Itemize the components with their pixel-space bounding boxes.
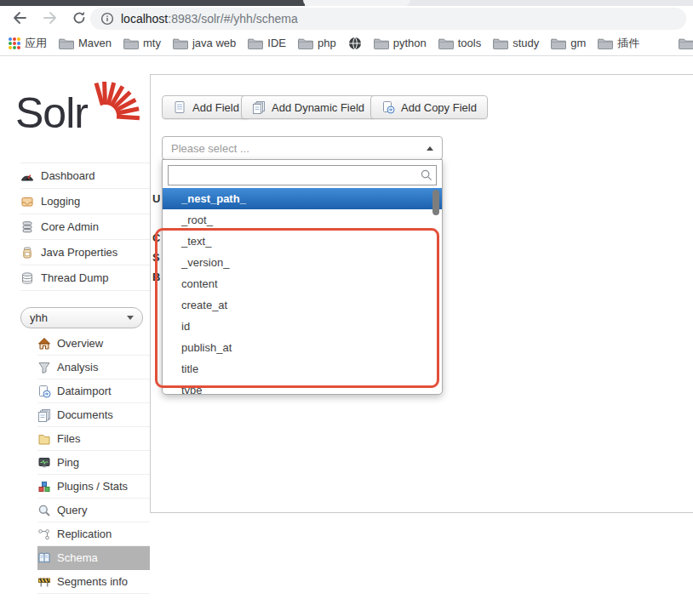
field-option[interactable]: _version_: [163, 252, 442, 273]
bookmark-label: python: [393, 37, 427, 49]
submenu-item-documents[interactable]: Documents: [37, 403, 150, 427]
add-copy-field-icon: [381, 100, 395, 114]
apps-grid-icon: [9, 37, 20, 49]
solr-logo[interactable]: Solr: [15, 85, 143, 146]
address-bar[interactable]: localhost:8983/solr/#/yhh/schema: [90, 8, 686, 30]
submenu-item-schema[interactable]: Schema: [37, 546, 150, 570]
submenu-item-label: Replication: [57, 528, 112, 540]
query-icon: [37, 504, 51, 517]
add-field-button[interactable]: Add Field: [162, 95, 250, 119]
forward-icon[interactable]: [43, 10, 58, 26]
bookmark-globe[interactable]: [348, 37, 362, 50]
sidebar-item-logging[interactable]: Logging: [20, 189, 150, 214]
bookmark-label: 应用: [25, 36, 47, 51]
bookmark-label: IDE: [267, 37, 286, 49]
add-copy-field-button[interactable]: Add Copy Field: [370, 95, 488, 119]
bookmarks-divider: [0, 55, 693, 56]
bookmark-folder-plugin[interactable]: 插件: [598, 36, 639, 51]
dropdown-scrollbar-thumb[interactable]: [432, 190, 439, 215]
field-option[interactable]: title: [163, 358, 442, 379]
thread-dump-icon: [20, 271, 34, 285]
submenu-item-query[interactable]: Query: [37, 499, 150, 522]
core-selector[interactable]: yhh: [20, 307, 143, 328]
submenu-item-label: Documents: [57, 408, 113, 421]
bookmark-folder-ide[interactable]: IDE: [248, 37, 286, 49]
replication-icon: [37, 528, 51, 541]
chevron-down-icon: [127, 316, 134, 320]
hidden-text-fragment: S: [152, 251, 160, 264]
info-icon[interactable]: [100, 12, 114, 26]
bookmark-folder-python[interactable]: python: [374, 37, 427, 49]
submenu-item-overview[interactable]: Overview: [37, 332, 150, 356]
files-icon: [37, 432, 51, 446]
hidden-text-fragment: B: [152, 271, 160, 283]
folder-icon: [598, 37, 613, 49]
field-option[interactable]: _nest_path_: [163, 188, 442, 209]
logging-icon: [20, 195, 34, 208]
sidebar-item-thread-dump[interactable]: Thread Dump: [20, 265, 150, 291]
field-option[interactable]: publish_at: [163, 337, 442, 358]
solr-logo-text: Solr: [15, 88, 88, 138]
search-icon: [421, 169, 432, 181]
sidebar-item-dashboard[interactable]: Dashboard: [20, 163, 150, 189]
folder-icon: [298, 37, 313, 49]
bookmark-folder-maven[interactable]: Maven: [59, 37, 112, 49]
hidden-text-fragment: U: [152, 192, 160, 205]
java-properties-icon: [20, 246, 34, 260]
bookmark-label: php: [318, 37, 336, 49]
field-option[interactable]: id: [163, 316, 442, 337]
bookmark-folder-partial[interactable]: [679, 37, 693, 49]
core-submenu: Overview Analysis Dataimport Documents F…: [0, 332, 150, 594]
url-path: :8983/solr/#/yhh/schema: [168, 12, 298, 26]
documents-icon: [37, 408, 51, 422]
bookmark-folder-tools[interactable]: tools: [438, 37, 481, 49]
sidebar-item-java-properties[interactable]: Java Properties: [20, 240, 150, 265]
submenu-item-label: Analysis: [57, 361, 98, 374]
sidebar-item-core-admin[interactable]: Core Admin: [20, 214, 150, 240]
active-tab-bottom: [303, 0, 410, 6]
folder-icon: [59, 37, 74, 49]
add-dynamic-field-label: Add Dynamic Field: [272, 101, 364, 114]
bookmark-folder-mty[interactable]: mty: [123, 37, 161, 49]
submenu-item-analysis[interactable]: Analysis: [37, 356, 150, 379]
solr-burst-icon: [94, 77, 146, 121]
folder-icon: [248, 37, 263, 49]
folder-icon: [551, 37, 566, 49]
hidden-text-fragment: C: [152, 231, 160, 244]
reload-icon[interactable]: [72, 10, 87, 26]
field-option[interactable]: create_at: [163, 294, 442, 316]
bookmark-folder-study[interactable]: study: [493, 37, 539, 49]
option-search-input[interactable]: [168, 165, 437, 185]
submenu-item-label: Segments info: [57, 575, 128, 588]
submenu-item-files[interactable]: Files: [37, 427, 150, 451]
field-option[interactable]: _root_: [163, 209, 442, 231]
add-dynamic-field-button[interactable]: Add Dynamic Field: [241, 95, 375, 119]
core-selector-value: yhh: [30, 311, 48, 324]
bookmark-folder-gm[interactable]: gm: [551, 37, 586, 49]
overview-icon: [37, 337, 51, 351]
back-icon[interactable]: [12, 10, 27, 26]
tab-strip: [0, 0, 693, 6]
browser-toolbar: localhost:8983/solr/#/yhh/schema: [0, 6, 693, 31]
submenu-item-replication[interactable]: Replication: [37, 522, 150, 546]
bookmark-apps[interactable]: 应用: [9, 36, 47, 51]
submenu-item-ping[interactable]: Ping: [37, 451, 150, 475]
core-admin-icon: [20, 220, 34, 234]
field-option[interactable]: type: [163, 379, 442, 395]
folder-icon: [173, 37, 188, 49]
folder-icon: [123, 37, 139, 49]
url-host: localhost: [121, 12, 168, 26]
submenu-item-dataimport[interactable]: Dataimport: [37, 379, 150, 403]
submenu-item-segments-info[interactable]: Segments info: [37, 570, 150, 594]
field-option[interactable]: content: [163, 273, 442, 294]
sidebar-item-label: Core Admin: [41, 220, 99, 233]
bookmark-folder-java-web[interactable]: java web: [173, 37, 236, 49]
plugins-stats-icon: [37, 480, 51, 493]
field-option[interactable]: _text_: [163, 231, 442, 252]
submenu-item-label: Overview: [57, 337, 103, 350]
add-field-label: Add Field: [192, 101, 239, 114]
submenu-item-plugins-stats[interactable]: Plugins / Stats: [37, 475, 150, 499]
field-select-header[interactable]: Please select ...: [162, 136, 443, 160]
submenu-item-label: Dataimport: [57, 385, 112, 397]
bookmark-folder-php[interactable]: php: [298, 37, 336, 49]
